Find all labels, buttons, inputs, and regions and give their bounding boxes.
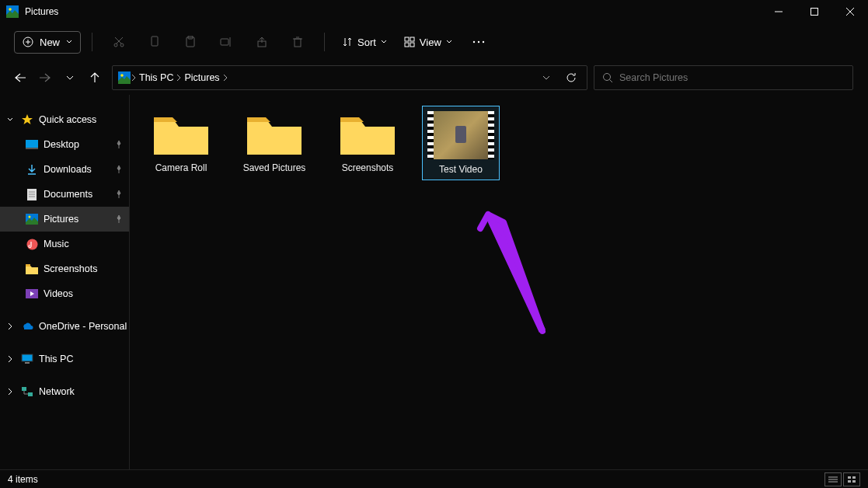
search-icon [602, 72, 613, 83]
refresh-button[interactable] [560, 67, 582, 89]
chevron-right-icon [8, 355, 12, 363]
sidebar-item-documents[interactable]: Documents [0, 182, 129, 207]
sidebar-this-pc[interactable]: This PC [0, 347, 129, 371]
desktop-icon [25, 138, 39, 152]
svg-point-31 [604, 74, 611, 81]
music-icon [25, 237, 39, 251]
svg-rect-22 [405, 37, 409, 41]
sort-label: Sort [357, 37, 376, 48]
svg-rect-43 [26, 264, 30, 267]
rename-icon [220, 37, 232, 47]
sidebar-onedrive[interactable]: OneDrive - Personal [0, 314, 129, 339]
cut-button[interactable] [103, 28, 134, 56]
recent-dropdown[interactable] [59, 67, 81, 89]
svg-line-12 [115, 37, 121, 44]
svg-rect-48 [28, 392, 33, 396]
pictures-folder-icon [117, 71, 131, 85]
svg-point-27 [478, 41, 479, 43]
search-bar[interactable] [594, 65, 853, 90]
sidebar-item-label: Downloads [44, 164, 92, 175]
folder-item[interactable]: Screenshots [329, 106, 406, 179]
maximize-button[interactable] [797, 0, 832, 23]
svg-point-10 [120, 44, 124, 47]
view-button[interactable]: View [398, 32, 458, 53]
details-view-button[interactable] [824, 472, 842, 486]
new-button[interactable]: New [14, 31, 81, 54]
new-label: New [40, 37, 60, 48]
svg-point-1 [9, 8, 12, 11]
minimize-button[interactable] [761, 0, 797, 23]
pin-icon [115, 166, 123, 173]
svg-rect-33 [26, 140, 38, 148]
sidebar-network[interactable]: Network [0, 379, 129, 404]
quick-access-label: Quick access [39, 114, 96, 125]
sidebar-item-pictures[interactable]: Pictures [0, 207, 129, 232]
pin-icon [115, 215, 123, 223]
pictures-icon [25, 212, 39, 226]
sidebar-item-label: Music [44, 239, 69, 249]
network-icon [20, 385, 34, 399]
paste-button[interactable] [175, 28, 206, 56]
svg-rect-45 [22, 354, 33, 361]
this-pc-label: This PC [39, 354, 73, 364]
copy-icon [149, 36, 160, 48]
forward-button[interactable] [34, 67, 56, 89]
network-label: Network [39, 386, 75, 397]
plus-circle-icon [23, 37, 33, 47]
svg-point-9 [114, 44, 117, 47]
svg-rect-52 [848, 476, 851, 479]
folder-item[interactable]: Camera Roll [142, 106, 220, 179]
breadcrumb-current[interactable]: Pictures [181, 71, 222, 85]
sidebar-quick-access[interactable]: Quick access [0, 107, 129, 132]
delete-button[interactable] [282, 28, 313, 56]
folder-icon [151, 111, 211, 158]
address-bar[interactable]: This PC Pictures [112, 65, 587, 90]
share-button[interactable] [246, 28, 277, 56]
view-label: View [420, 37, 441, 48]
address-dropdown[interactable] [535, 67, 557, 89]
svg-point-41 [29, 216, 31, 218]
video-item[interactable]: Test Video [422, 106, 500, 180]
sidebar-item-screenshots[interactable]: Screenshots [0, 256, 129, 281]
search-input[interactable] [619, 72, 845, 83]
chevron-down-icon [7, 117, 13, 123]
sidebar-item-desktop[interactable]: Desktop [0, 132, 129, 157]
sort-button[interactable]: Sort [336, 32, 393, 53]
svg-rect-3 [811, 9, 818, 16]
icons-view-button[interactable] [843, 472, 860, 486]
up-button[interactable] [84, 67, 106, 89]
close-button[interactable] [832, 0, 868, 23]
sidebar-item-videos[interactable]: Videos [0, 281, 129, 306]
chevron-down-icon [381, 39, 387, 45]
window-title: Pictures [25, 6, 58, 17]
svg-point-42 [26, 239, 37, 249]
onedrive-label: OneDrive - Personal [39, 321, 127, 332]
ellipsis-icon [472, 40, 485, 44]
folder-icon [337, 111, 398, 158]
videos-icon [25, 287, 39, 301]
svg-point-30 [120, 74, 124, 77]
copy-button[interactable] [139, 28, 170, 56]
sidebar-item-label: Documents [44, 189, 92, 200]
back-button[interactable] [9, 67, 31, 89]
svg-rect-16 [221, 39, 228, 45]
sidebar-item-label: Desktop [44, 139, 79, 150]
breadcrumb-root[interactable]: This PC [136, 71, 176, 85]
content-area[interactable]: Camera Roll Saved Pictures Screenshots T… [130, 95, 868, 469]
sidebar-item-music[interactable]: Music [0, 232, 129, 256]
rename-button[interactable] [211, 28, 242, 56]
item-count: 4 items [8, 474, 38, 485]
folder-icon [25, 262, 39, 276]
nav-bar: This PC Pictures [0, 61, 868, 95]
chevron-down-icon [66, 39, 72, 45]
sidebar-item-downloads[interactable]: Downloads [0, 157, 129, 182]
chevron-right-icon [223, 74, 228, 82]
sort-icon [342, 37, 353, 47]
svg-line-11 [117, 37, 123, 44]
documents-icon [25, 187, 39, 201]
folder-item[interactable]: Saved Pictures [235, 106, 313, 179]
item-label: Saved Pictures [243, 162, 306, 173]
scissors-icon [113, 36, 125, 48]
more-button[interactable] [463, 28, 494, 56]
chevron-right-icon [8, 388, 12, 396]
